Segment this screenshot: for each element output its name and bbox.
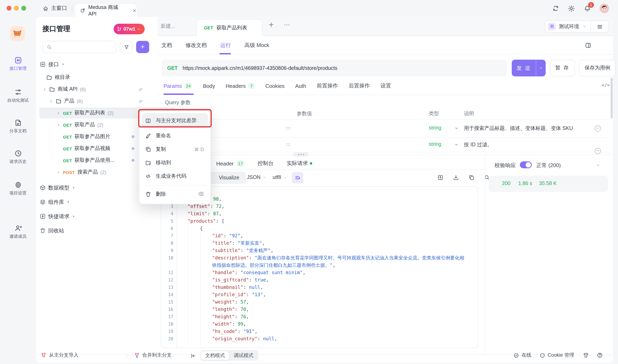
project-window-tab[interactable]: Medusa 商城 API — [75, 4, 136, 17]
code-line-content: "weight": 57, — [212, 298, 249, 306]
help-icon[interactable] — [597, 352, 603, 358]
doc-mode-tab[interactable]: 文档模式 — [201, 351, 229, 360]
remove-param-icon[interactable] — [595, 125, 601, 131]
drag-handle-icon[interactable] — [286, 143, 291, 146]
team-logo-avatar[interactable] — [10, 26, 25, 41]
split-panel-icon[interactable] — [585, 42, 592, 49]
subnav-tab-运行[interactable]: 运行 — [220, 42, 231, 49]
close-window-button[interactable] — [7, 6, 12, 11]
online-status[interactable]: 在线 — [513, 352, 531, 359]
param-tab-Headers[interactable]: Headers7 — [226, 82, 255, 89]
validate-response-toggle[interactable] — [520, 161, 532, 168]
collapse-sidebar-icon[interactable] — [190, 353, 196, 359]
user-avatar[interactable] — [600, 4, 609, 13]
response-format-select[interactable]: JSON — [247, 174, 266, 180]
param-tab-设置[interactable]: 设置 — [381, 82, 391, 90]
param-tab-Body[interactable]: Body — [203, 83, 215, 89]
param-tab-Cookies[interactable]: Cookies — [265, 83, 285, 89]
tree-folder-商城 API[interactable]: 商城 API(6) — [36, 83, 157, 95]
response-tab-label: 实际请求 — [287, 160, 308, 167]
add-tab-icon[interactable] — [268, 22, 274, 28]
response-json-viewer[interactable]: 2"count": 98,3"offset": 72,4"limit": 87,… — [161, 186, 478, 348]
stash-button[interactable]: 暂 存 — [550, 60, 575, 76]
format-code-button[interactable] — [292, 172, 303, 183]
filter-button[interactable] — [120, 41, 133, 53]
scrollbar-thumb[interactable] — [611, 78, 613, 118]
tree-section-接口[interactable]: 接口 — [36, 57, 157, 71]
param-tab-后置操作[interactable]: 后置操作 — [349, 82, 370, 90]
cookie-manage-button[interactable]: Cookie 管理 — [539, 352, 574, 359]
open-in-new-icon[interactable] — [437, 174, 444, 181]
request-url-input[interactable]: GET https://mock.apipark.cn/m1/4698937-4… — [161, 60, 507, 76]
menu-item-移动到[interactable]: 移动到 — [142, 156, 208, 169]
save-as-case-button[interactable]: 保存为用例 — [579, 60, 616, 76]
response-tab-控制台[interactable]: 控制台 — [258, 160, 274, 167]
response-tab-Header[interactable]: Header17 — [216, 160, 245, 167]
close-tab-icon[interactable] — [132, 8, 136, 13]
response-tab-实际请求[interactable]: 实际请求 — [287, 160, 313, 167]
menu-hamburger-icon[interactable] — [597, 24, 603, 30]
chevron-down-icon[interactable] — [596, 163, 600, 168]
send-button-label[interactable]: 发 送 — [512, 60, 536, 76]
param-description[interactable]: 按 ID 过滤。 — [464, 141, 587, 148]
param-tab-前置操作[interactable]: 前置操作 — [317, 82, 338, 90]
code-line: 19"hs_code": "91", — [161, 328, 478, 335]
minimize-window-button[interactable] — [14, 6, 19, 11]
rail-item-4[interactable]: 请求历史 — [0, 150, 36, 165]
environment-selector[interactable]: 测 测试环境 — [545, 20, 609, 33]
doc-tab-new[interactable]: 新建... — [161, 23, 175, 30]
home-tab[interactable]: 主窗口 — [42, 4, 67, 12]
item-count: (2) — [100, 169, 106, 175]
rail-item-5[interactable]: 项目设置 — [0, 181, 36, 196]
debug-mode-tab[interactable]: 调试模式 — [230, 351, 258, 360]
menu-item-重命名[interactable]: 重命名 — [142, 129, 208, 143]
param-type-value[interactable]: string — [429, 141, 441, 147]
tree-section-快捷请求[interactable]: 快捷请求 — [36, 209, 157, 223]
sidebar-search-input[interactable] — [42, 41, 117, 53]
tree-folder-根目录[interactable]: 根目录 — [36, 71, 157, 83]
add-api-button[interactable]: + — [136, 41, 149, 53]
subnav-tab-文档[interactable]: 文档 — [161, 42, 172, 49]
menu-item-复制[interactable]: 复制⌘ D — [142, 143, 208, 156]
merge-to-main-button[interactable]: 合并到主分支 — [134, 352, 172, 359]
menu-shortcut: ⌘ D — [194, 146, 204, 152]
remove-param-icon[interactable] — [595, 148, 601, 154]
branch-selector-badge[interactable]: 07w1 — [114, 24, 145, 34]
import-from-main-button[interactable]: 从主分支导入 — [41, 352, 79, 359]
more-tabs-icon[interactable] — [284, 22, 290, 28]
pane-splitter[interactable] — [157, 155, 613, 155]
rail-item-3[interactable]: 分享文档 — [0, 119, 36, 134]
rail-item-1[interactable]: 接口管理 — [0, 56, 36, 71]
code-view-icon[interactable]: </> — [602, 82, 610, 88]
subnav-tab-修改文档[interactable]: 修改文档 — [185, 42, 207, 49]
code-line-content: { — [200, 225, 203, 232]
settings-gear-icon[interactable] — [568, 5, 575, 12]
download-icon[interactable] — [453, 174, 459, 181]
splitter-handle[interactable] — [293, 152, 309, 156]
copy-icon[interactable] — [468, 174, 474, 181]
validate-mode-value[interactable]: 正常 (200) — [536, 162, 561, 169]
drag-handle-icon[interactable] — [286, 127, 291, 130]
param-tab-Auth[interactable]: Auth — [295, 83, 306, 89]
code-line-content: "width": 99, — [212, 320, 246, 328]
param-tab-Params[interactable]: Params24 — [163, 82, 192, 89]
send-options-caret[interactable] — [536, 60, 546, 76]
tree-folder-产品[interactable]: 产品(6) — [36, 95, 157, 107]
response-encoding-select[interactable]: utf8 — [273, 174, 287, 180]
tree-section-回收站[interactable]: 回收站 — [36, 223, 157, 238]
sync-icon[interactable] — [552, 5, 559, 12]
rail-item-6[interactable]: 邀请成员 — [0, 224, 36, 239]
menu-item-生成业务代码[interactable]: 生成业务代码 — [142, 169, 208, 183]
view-segment-Visualize[interactable]: Visualize — [213, 175, 245, 181]
param-description[interactable]: 用于搜索产品标题、描述、变体标题、变体 SKU — [464, 125, 587, 132]
doc-tab-active[interactable]: GET 获取产品列表 — [196, 19, 263, 36]
tshirt-theme-icon[interactable] — [583, 352, 589, 358]
menu-item-删除[interactable]: 删除 — [142, 187, 208, 201]
subnav-tab-高级 Mock[interactable]: 高级 Mock — [244, 42, 269, 49]
send-button[interactable]: 发 送 — [512, 60, 546, 76]
notifications-bell-icon[interactable]: 1 — [584, 5, 591, 12]
chevron-down-icon — [263, 175, 266, 179]
zoom-window-button[interactable] — [21, 6, 26, 11]
param-type-value[interactable]: string — [429, 125, 441, 131]
rail-item-2[interactable]: 自动化测试 — [0, 88, 36, 103]
